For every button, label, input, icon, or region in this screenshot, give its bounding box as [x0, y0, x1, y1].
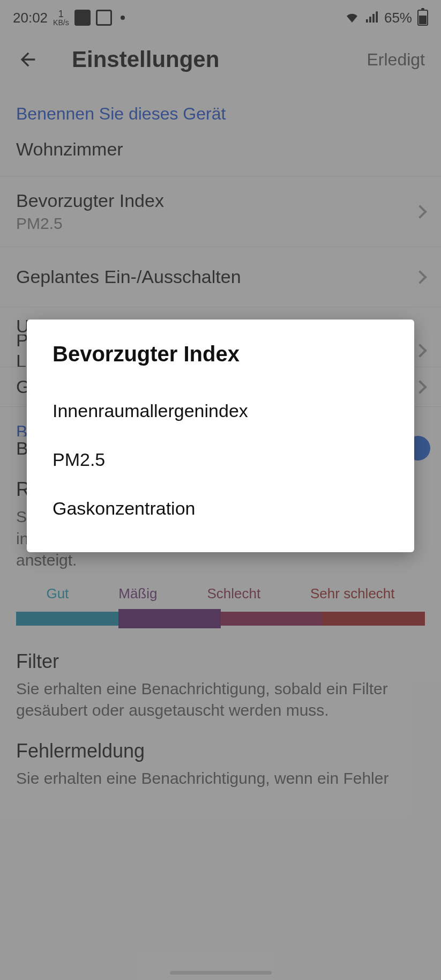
dialog-option-gas[interactable]: Gaskonzentration [53, 484, 388, 533]
dialog-title: Bevorzugter Index [53, 342, 388, 366]
dialog-option-pm25[interactable]: PM2.5 [53, 435, 388, 484]
home-indicator[interactable] [170, 971, 272, 975]
preferred-index-dialog: Bevorzugter Index Innenraumallergenindex… [27, 320, 414, 552]
dialog-option-allergen[interactable]: Innenraumallergenindex [53, 387, 388, 435]
